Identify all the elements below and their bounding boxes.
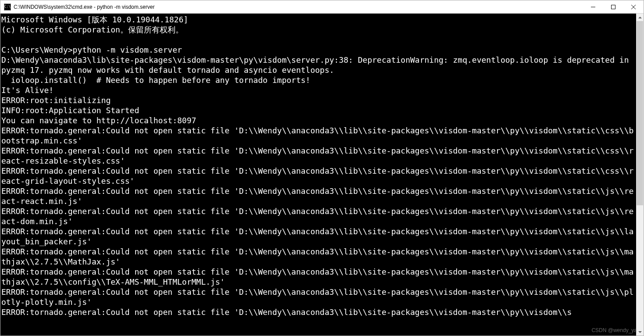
window-title: C:\WINDOWS\system32\cmd.exe - python -m … — [14, 4, 583, 10]
svg-rect-1 — [612, 5, 615, 9]
minimize-button[interactable] — [583, 0, 603, 13]
scrollbar-track[interactable] — [636, 21, 644, 328]
cmd-icon: C:\ — [4, 4, 11, 11]
terminal-area: Microsoft Windows [版本 10.0.19044.1826] (… — [0, 14, 644, 336]
scroll-up-button[interactable] — [636, 14, 644, 21]
close-button[interactable] — [623, 0, 644, 13]
scrollbar-thumb[interactable] — [637, 21, 643, 205]
scroll-down-button[interactable] — [636, 328, 644, 336]
titlebar[interactable]: C:\ C:\WINDOWS\system32\cmd.exe - python… — [0, 0, 644, 14]
maximize-button[interactable] — [603, 0, 623, 13]
terminal-output[interactable]: Microsoft Windows [版本 10.0.19044.1826] (… — [0, 14, 636, 336]
window-controls — [583, 0, 644, 13]
vertical-scrollbar[interactable] — [636, 14, 644, 336]
cmd-window: C:\ C:\WINDOWS\system32\cmd.exe - python… — [0, 0, 644, 336]
svg-marker-5 — [638, 331, 642, 333]
svg-marker-4 — [638, 17, 642, 18]
